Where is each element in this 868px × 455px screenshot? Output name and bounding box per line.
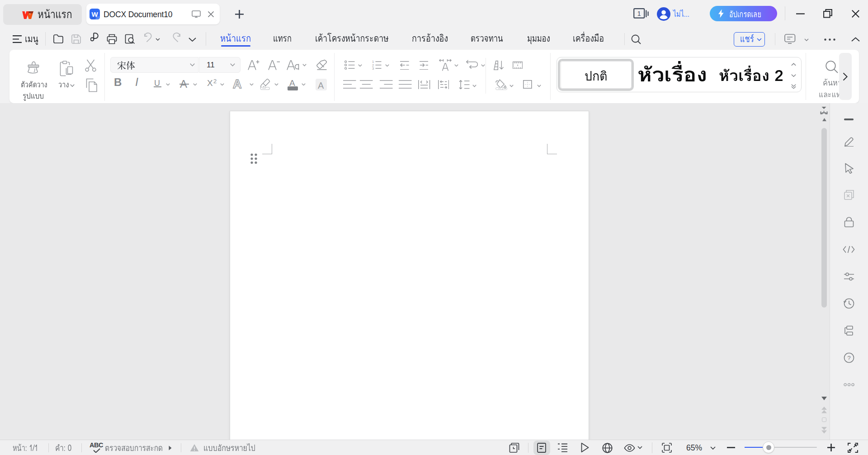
svg-text:A: A bbox=[318, 81, 324, 90]
svg-text:2: 2 bbox=[213, 78, 217, 85]
svg-text:B: B bbox=[114, 76, 122, 88]
svg-text:I: I bbox=[135, 76, 138, 88]
svg-text:W: W bbox=[91, 10, 98, 18]
svg-text:?: ? bbox=[847, 355, 851, 361]
svg-text:1: 1 bbox=[637, 10, 641, 17]
svg-text:X: X bbox=[207, 78, 213, 88]
svg-text:3: 3 bbox=[372, 66, 374, 70]
